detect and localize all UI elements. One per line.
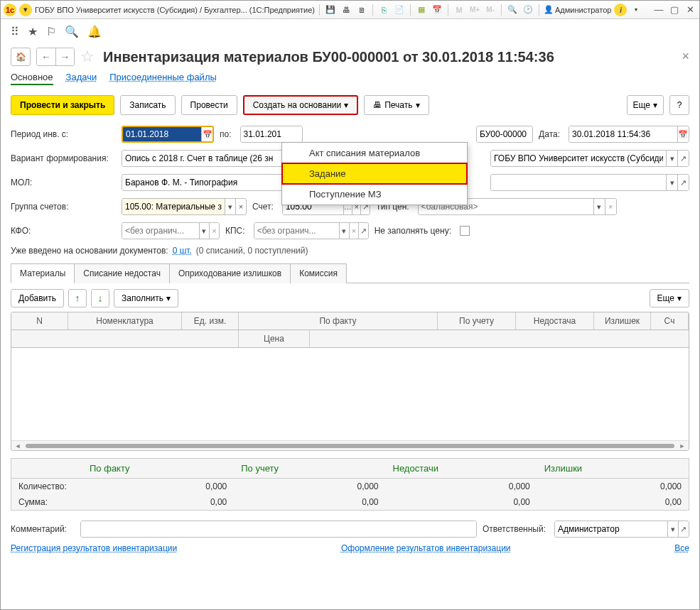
- document-close-button[interactable]: ×: [682, 49, 689, 64]
- minimize-button[interactable]: —: [652, 4, 665, 16]
- th-n[interactable]: N: [11, 312, 68, 329]
- print-icon[interactable]: 🖶: [340, 4, 352, 16]
- chevron-down-icon[interactable]: ▾: [666, 151, 677, 166]
- clear-icon[interactable]: ×: [349, 223, 358, 239]
- dd-item-writeoff-act[interactable]: Акт списания материалов: [282, 143, 467, 163]
- app-dropdown-icon[interactable]: ▾: [19, 4, 32, 16]
- nav-forward-button[interactable]: →: [55, 48, 74, 65]
- save-icon[interactable]: 💾: [324, 4, 337, 16]
- clear-icon[interactable]: ×: [605, 199, 616, 214]
- history-icon[interactable]: 🕑: [522, 4, 534, 16]
- bell-icon[interactable]: 🔔: [87, 25, 102, 38]
- doc-icon[interactable]: 📄: [393, 4, 406, 16]
- th-fact[interactable]: По факту: [239, 312, 438, 329]
- func-files[interactable]: Присоединенные файлы: [109, 72, 217, 85]
- th-surplus[interactable]: Излишек: [594, 312, 651, 329]
- chevron-down-icon[interactable]: ▾: [667, 521, 678, 537]
- clear-icon[interactable]: ×: [235, 199, 246, 214]
- info-dropdown-icon[interactable]: ▾: [630, 4, 642, 16]
- create-based-on-button[interactable]: Создать на основании ▾: [243, 95, 359, 115]
- date-input[interactable]: 📅: [569, 126, 689, 143]
- number-input[interactable]: [476, 126, 533, 143]
- table-more-button[interactable]: Еще ▾: [650, 289, 689, 307]
- th-nomenclature[interactable]: Номенклатура: [68, 312, 182, 329]
- dd-item-task[interactable]: Задание: [282, 163, 467, 184]
- compare-icon[interactable]: ⎘: [377, 4, 390, 16]
- calc-icon[interactable]: ▦: [415, 4, 428, 16]
- memory-m-icon[interactable]: M: [453, 4, 465, 16]
- chevron-down-icon[interactable]: ▾: [666, 175, 677, 190]
- clear-icon[interactable]: ×: [209, 223, 219, 239]
- kps-input[interactable]: ▾ × ↗: [254, 222, 369, 239]
- apps-icon[interactable]: ⠿: [11, 25, 19, 38]
- calendar-icon[interactable]: 📅: [431, 4, 443, 16]
- chevron-down-icon[interactable]: ▾: [225, 199, 235, 214]
- register-results-link[interactable]: Регистрация результатов инвентаризации: [11, 543, 177, 553]
- th-account[interactable]: По учету: [438, 312, 516, 329]
- print-button[interactable]: 🖶 Печать ▾: [364, 95, 429, 115]
- th-unit[interactable]: Ед. изм.: [182, 312, 239, 329]
- tab-writeoff[interactable]: Списание недостач: [74, 263, 170, 283]
- chevron-down-icon[interactable]: ▾: [339, 223, 348, 239]
- memory-mminus-icon[interactable]: M-: [484, 4, 497, 16]
- subdiv-input[interactable]: ▾ ↗: [490, 174, 689, 191]
- open-icon[interactable]: ↗: [678, 521, 689, 537]
- open-icon[interactable]: ↗: [677, 175, 689, 190]
- period-to-input[interactable]: [240, 126, 303, 143]
- table-body[interactable]: [11, 348, 689, 440]
- form-results-link[interactable]: Оформление результатов инвентаризации: [341, 543, 511, 553]
- more-button[interactable]: Еще ▾: [627, 95, 664, 115]
- func-tasks[interactable]: Задачи: [66, 72, 97, 85]
- kfo-input[interactable]: ▾ ×: [122, 222, 220, 239]
- memory-mplus-icon[interactable]: M+: [468, 4, 481, 16]
- info-icon[interactable]: i: [614, 4, 627, 16]
- period-from-input[interactable]: 📅: [122, 126, 214, 143]
- th-sc[interactable]: Сч: [651, 312, 689, 329]
- dd-item-receipt[interactable]: Поступление МЗ: [282, 184, 467, 205]
- star-icon[interactable]: ☆: [80, 48, 95, 66]
- nav-back-button[interactable]: ←: [37, 48, 55, 65]
- zoom-icon[interactable]: 🔍: [506, 4, 519, 16]
- chevron-down-icon[interactable]: ▾: [199, 223, 209, 239]
- variant-input[interactable]: [122, 150, 285, 167]
- scroll-left-icon[interactable]: ◄: [13, 442, 23, 450]
- chevron-down-icon[interactable]: ▾: [593, 199, 605, 214]
- post-and-close-button[interactable]: Провести и закрыть: [11, 95, 114, 115]
- scroll-track[interactable]: [26, 444, 674, 448]
- scroll-right-icon[interactable]: ►: [677, 442, 687, 450]
- help-button[interactable]: ?: [669, 95, 689, 115]
- open-icon[interactable]: ↗: [358, 223, 367, 239]
- maximize-button[interactable]: ▢: [668, 4, 681, 16]
- group-input[interactable]: ▾ ×: [122, 198, 247, 215]
- th-shortage[interactable]: Недостача: [516, 312, 594, 329]
- post-button[interactable]: Провести: [181, 95, 237, 115]
- favorite-icon[interactable]: ★: [28, 25, 38, 38]
- flag-icon[interactable]: ⚐: [46, 25, 56, 38]
- tab-commission[interactable]: Комиссия: [290, 263, 347, 283]
- responsible-input[interactable]: ▾ ↗: [554, 521, 689, 538]
- fill-button[interactable]: Заполнить ▾: [114, 289, 178, 307]
- all-link[interactable]: Все: [674, 543, 689, 553]
- summary-header: По факту По учету Недостачи Излишки: [11, 459, 689, 479]
- calendar-icon[interactable]: 📅: [201, 127, 212, 141]
- comment-input[interactable]: [80, 521, 477, 538]
- open-icon[interactable]: ↗: [677, 151, 689, 166]
- preview-icon[interactable]: 🗎: [355, 4, 368, 16]
- no-fill-checkbox[interactable]: [460, 226, 470, 236]
- func-main[interactable]: Основное: [11, 72, 53, 85]
- move-down-button[interactable]: ↓: [91, 289, 109, 307]
- tab-surplus[interactable]: Оприходование излишков: [169, 263, 291, 283]
- close-button[interactable]: ✕: [684, 4, 696, 16]
- th-price[interactable]: Цена: [239, 330, 310, 347]
- save-button[interactable]: Записать: [120, 95, 175, 115]
- add-button[interactable]: Добавить: [11, 289, 64, 307]
- move-up-button[interactable]: ↑: [68, 289, 87, 307]
- search-icon[interactable]: 🔍: [65, 25, 79, 38]
- tab-materials[interactable]: Материалы: [11, 263, 75, 283]
- user-menu[interactable]: 👤 Администратор: [544, 5, 611, 14]
- calendar-icon[interactable]: 📅: [677, 126, 689, 142]
- home-button[interactable]: 🏠: [11, 48, 31, 66]
- table-scrollbar[interactable]: ◄ ►: [11, 440, 689, 450]
- org-input[interactable]: ▾ ↗: [490, 150, 689, 167]
- already-count-link[interactable]: 0 шт.: [173, 246, 192, 256]
